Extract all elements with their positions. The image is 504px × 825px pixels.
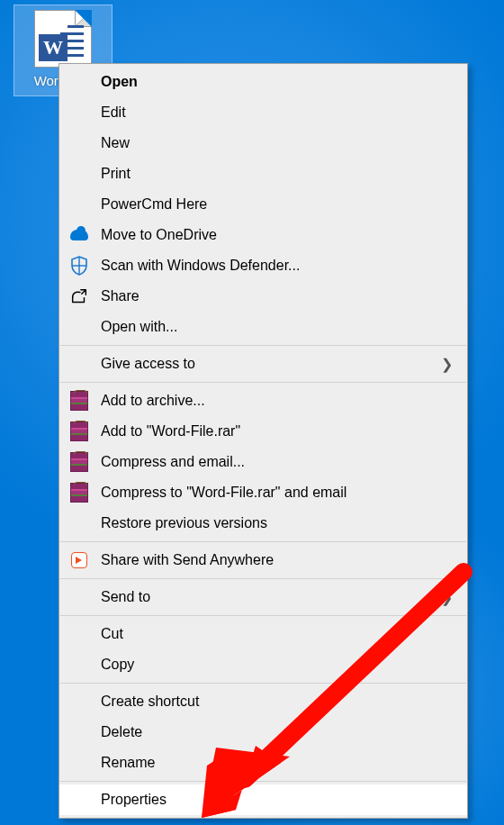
menu-item-label: Share with Send Anywhere: [101, 552, 274, 568]
menu-separator: [60, 345, 466, 346]
winrar-icon: [70, 422, 88, 441]
menu-item-addtorar[interactable]: Add to "Word-File.rar": [59, 416, 467, 447]
menu-item-label: Scan with Windows Defender...: [101, 258, 300, 274]
menu-item-label: Compress to "Word-File.rar" and email: [101, 485, 346, 501]
menu-item-openwith[interactable]: Open with...: [59, 312, 467, 342]
menu-item-addarchive[interactable]: Add to archive...: [59, 385, 467, 416]
menu-item-powercmd[interactable]: PowerCmd Here: [59, 189, 467, 220]
menu-separator: [60, 382, 466, 383]
menu-item-label: Compress and email...: [101, 454, 245, 470]
menu-item-print[interactable]: Print: [59, 159, 467, 189]
menu-item-copy[interactable]: Copy: [59, 649, 467, 680]
menu-item-label: Copy: [101, 657, 134, 673]
menu-item-label: Send to: [101, 589, 150, 605]
word-file-icon: W: [34, 10, 92, 68]
menu-item-label: Properties: [101, 792, 166, 808]
menu-item-createshortcut[interactable]: Create shortcut: [59, 686, 467, 717]
menu-item-label: Cut: [101, 626, 123, 642]
menu-item-label: Restore previous versions: [101, 515, 267, 531]
menu-item-label: Edit: [101, 104, 126, 121]
winrar-icon: [70, 452, 88, 472]
menu-item-giveaccess[interactable]: Give access to❯: [59, 349, 467, 379]
shield-icon: [68, 255, 90, 277]
menu-separator: [60, 541, 466, 542]
menu-item-label: Add to "Word-File.rar": [101, 423, 240, 440]
menu-item-open[interactable]: Open: [59, 67, 467, 97]
menu-item-share[interactable]: Share: [59, 281, 467, 312]
word-badge: W: [39, 34, 68, 61]
menu-item-delete[interactable]: Delete: [59, 717, 467, 748]
menu-item-label: PowerCmd Here: [101, 196, 207, 213]
menu-separator: [60, 578, 466, 579]
menu-item-rename[interactable]: Rename: [59, 748, 467, 778]
chevron-right-icon: ❯: [441, 589, 453, 606]
menu-item-sendto[interactable]: Send to❯: [59, 582, 467, 612]
menu-item-label: New: [101, 135, 130, 151]
onedrive-icon: [70, 230, 88, 240]
menu-item-properties[interactable]: Properties: [59, 784, 467, 815]
context-menu: OpenEditNewPrintPowerCmd HereMove to One…: [58, 63, 468, 819]
menu-item-label: Give access to: [101, 356, 195, 372]
menu-item-label: Open: [101, 74, 138, 90]
menu-item-label: Rename: [101, 755, 155, 771]
menu-item-label: Create shortcut: [101, 694, 199, 710]
menu-item-label: Add to archive...: [101, 393, 205, 409]
menu-item-onedrive[interactable]: Move to OneDrive: [59, 220, 467, 250]
menu-item-label: Move to OneDrive: [101, 227, 217, 243]
menu-item-label: Delete: [101, 724, 142, 740]
menu-item-restore[interactable]: Restore previous versions: [59, 508, 467, 539]
menu-item-compresstorarmail[interactable]: Compress to "Word-File.rar" and email: [59, 477, 467, 508]
winrar-icon: [70, 391, 88, 411]
menu-item-sendanywhere[interactable]: Share with Send Anywhere: [59, 545, 467, 576]
winrar-icon: [70, 483, 88, 503]
send-anywhere-icon: [71, 552, 87, 568]
menu-separator: [60, 615, 466, 616]
menu-item-cut[interactable]: Cut: [59, 619, 467, 649]
chevron-right-icon: ❯: [441, 356, 453, 373]
menu-item-new[interactable]: New: [59, 128, 467, 159]
menu-item-defender[interactable]: Scan with Windows Defender...: [59, 250, 467, 281]
menu-item-edit[interactable]: Edit: [59, 97, 467, 128]
menu-separator: [60, 781, 466, 782]
menu-item-label: Share: [101, 288, 140, 304]
menu-item-compressmail[interactable]: Compress and email...: [59, 447, 467, 477]
menu-separator: [60, 683, 466, 684]
share-icon: [69, 286, 89, 306]
menu-item-label: Print: [101, 166, 130, 182]
menu-item-label: Open with...: [101, 319, 177, 335]
